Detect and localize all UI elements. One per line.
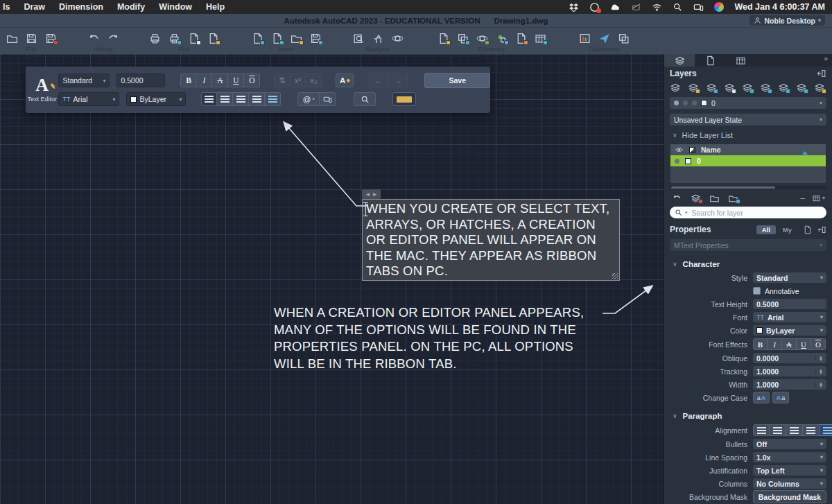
insert-block-button[interactable] (251, 32, 263, 44)
remote-app-icon[interactable] (589, 2, 600, 12)
popout-panel-icon[interactable] (817, 225, 826, 234)
justification-dropdown[interactable]: Top Left▾ (753, 465, 826, 476)
layer-list-header[interactable]: Name (670, 144, 826, 155)
layer-search-box[interactable]: ▾ (670, 207, 826, 218)
screen-mirroring-off-icon[interactable] (630, 2, 641, 12)
stepper-arrows[interactable]: ▲▼ (815, 356, 823, 361)
overline-button[interactable]: O (811, 338, 826, 350)
spotlight-icon[interactable] (672, 2, 683, 12)
subscript-button[interactable]: x₂ (306, 73, 322, 87)
distribute-button[interactable] (265, 92, 281, 106)
oblique-stepper[interactable]: 0.0000 ▲▼ (753, 353, 826, 363)
menu-dimension[interactable]: Dimension (52, 2, 110, 12)
stepper-arrows[interactable]: ▲▼ (815, 382, 823, 388)
width-stepper[interactable]: 1.0000 ▲▼ (753, 379, 826, 390)
underline-button[interactable]: U (797, 338, 811, 350)
font-select[interactable]: TT Arial▾ (58, 92, 119, 106)
text-style-select[interactable]: Standard▾ (58, 73, 110, 87)
layer-isolate-button[interactable] (777, 82, 789, 93)
share-button[interactable] (598, 32, 610, 44)
redo-button[interactable] (107, 32, 119, 44)
superscript-button[interactable]: x² (290, 73, 306, 87)
background-mask-button[interactable]: Background Mask (753, 490, 826, 503)
drawing-history-button[interactable] (514, 32, 527, 44)
column-width-toggle-button[interactable]: ◄► (362, 189, 381, 199)
find-replace-button[interactable] (354, 92, 376, 106)
columns-button[interactable] (320, 92, 336, 106)
mtext-edit-box[interactable]: WHEN YOU CREATE OR SELECT TEXT, ARRAYS, … (362, 199, 620, 281)
text-color-button[interactable]: A◆ (336, 73, 354, 87)
purge-button[interactable] (476, 32, 488, 44)
layer-off-button[interactable] (759, 82, 771, 93)
edit-properties-icon[interactable] (803, 225, 812, 234)
italic-button[interactable]: I (196, 73, 212, 87)
align-center-button[interactable] (770, 424, 786, 436)
layer-match-button[interactable] (723, 82, 735, 93)
bold-button[interactable]: B (753, 338, 768, 350)
strikethrough-button[interactable]: A (212, 73, 228, 87)
open-group-button[interactable] (709, 193, 720, 203)
text-height-input[interactable] (116, 73, 165, 87)
layer-edit-button[interactable] (687, 82, 699, 93)
new-group-button[interactable] (727, 193, 739, 203)
justify-button[interactable] (803, 424, 820, 436)
editor-redo-button[interactable]: → (388, 73, 408, 87)
popout-panel-icon[interactable] (817, 69, 826, 78)
tracking-stepper[interactable]: 1.0000 ▲▼ (753, 366, 826, 376)
drawing-settings-button[interactable] (534, 32, 546, 44)
user-account-button[interactable]: Noble Desktop ▾ (749, 15, 825, 26)
layer-state-dropdown[interactable]: Unsaved Layer State ▾ (670, 114, 826, 125)
color-dropdown[interactable]: ByLayer▾ (753, 325, 826, 336)
delete-layer-button[interactable] (690, 193, 702, 203)
data-link-button[interactable] (495, 32, 508, 44)
layer-unlock-button[interactable] (813, 82, 825, 93)
annotative-checkbox[interactable] (753, 287, 761, 295)
bold-button[interactable]: B (180, 73, 196, 87)
new-layer-button[interactable] (669, 82, 681, 93)
layer-search-input[interactable] (691, 208, 811, 218)
style-dropdown[interactable]: Standard▾ (753, 272, 826, 283)
overline-button[interactable]: O (244, 73, 260, 87)
uppercase-button[interactable]: aA (753, 392, 770, 403)
layer-list-scrollbar[interactable] (670, 186, 826, 189)
align-center-button[interactable] (217, 92, 233, 106)
menu-tools[interactable]: ls (0, 2, 17, 12)
tab-reference[interactable] (725, 54, 756, 67)
export-pdf-button[interactable] (207, 32, 219, 44)
dropbox-icon[interactable] (568, 2, 579, 12)
insert-field-button[interactable]: @▾ (297, 92, 320, 106)
menu-modify[interactable]: Modify (110, 2, 152, 12)
text-height-field[interactable]: 0.5000 (753, 299, 826, 309)
save-as-button[interactable] (44, 32, 57, 44)
open-file-button[interactable] (6, 32, 18, 44)
align-left-button[interactable] (201, 92, 217, 106)
cloud-icon[interactable] (609, 2, 621, 12)
character-section-header[interactable]: ∨ Character (664, 251, 832, 270)
menu-bar-clock[interactable]: Wed Jan 4 6:00:37 AM (734, 2, 825, 12)
stack-fraction-button[interactable]: ⇅ (274, 73, 290, 87)
menu-draw[interactable]: Draw (17, 2, 52, 12)
save-text-button[interactable]: Save (424, 73, 490, 88)
layer-previous-button[interactable] (741, 82, 753, 93)
resize-handle[interactable] (612, 273, 618, 279)
insert-settings-button[interactable] (309, 32, 322, 44)
italic-button[interactable]: I (768, 338, 782, 350)
current-layer-dropdown[interactable]: 0 ▾ (670, 97, 826, 109)
plot-preview-button[interactable] (168, 32, 180, 44)
menu-window[interactable]: Window (152, 2, 199, 12)
save-button[interactable] (25, 32, 37, 44)
undo-button[interactable] (87, 32, 100, 44)
align-left-button[interactable] (753, 424, 770, 436)
columns-dropdown[interactable]: No Columns▾ (753, 478, 826, 489)
ruler-toggle-button[interactable] (392, 92, 416, 106)
collapse-panel-icon[interactable]: » (824, 54, 832, 67)
scrollbar-thumb[interactable] (671, 186, 775, 189)
paragraph-section-header[interactable]: ∨ Paragraph (664, 403, 832, 422)
editor-undo-button[interactable]: ← (369, 73, 388, 87)
align-right-button[interactable] (233, 92, 249, 106)
hide-layer-list-toggle[interactable]: ∨ Hide Layer List (664, 125, 832, 139)
font-dropdown[interactable]: TT Arial▾ (753, 312, 826, 322)
tab-properties[interactable] (695, 54, 725, 67)
list-view-options-button[interactable]: ▾ (812, 194, 825, 202)
trace-button[interactable] (617, 32, 630, 44)
